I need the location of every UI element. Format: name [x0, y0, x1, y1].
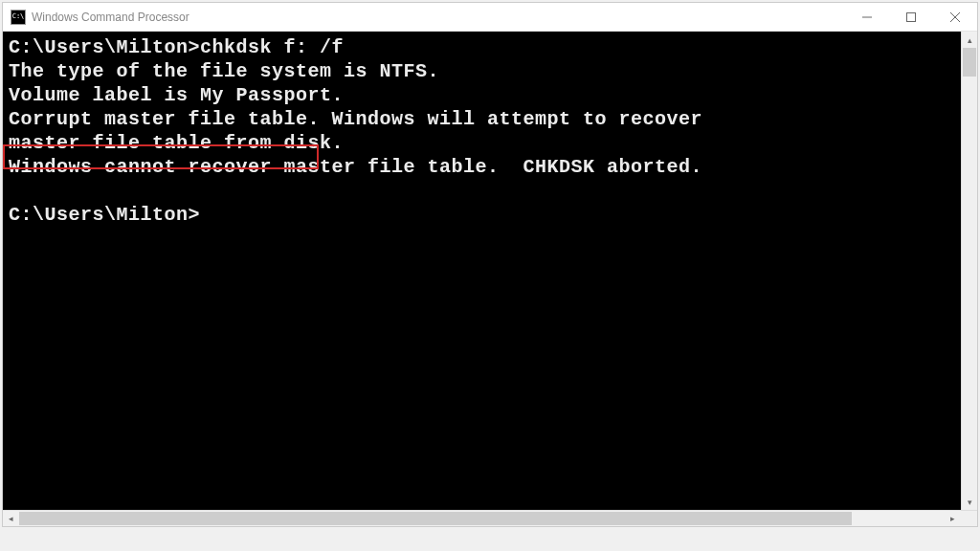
close-button[interactable] [933, 3, 977, 31]
maximize-button[interactable] [889, 3, 933, 31]
scroll-up-arrow-icon[interactable]: ▴ [962, 32, 977, 48]
horizontal-scroll-thumb[interactable] [19, 512, 852, 525]
command-text: chkdsk f: /f [200, 36, 344, 58]
scroll-left-arrow-icon[interactable]: ◂ [3, 511, 19, 526]
window-titlebar[interactable]: Windows Command Processor [3, 3, 977, 32]
horizontal-scrollbar[interactable]: ◂ ▸ [3, 510, 977, 526]
vertical-scrollbar[interactable]: ▴ ▾ [961, 32, 977, 510]
terminal-area: C:\Users\Milton>chkdsk f: /f The type of… [3, 32, 977, 510]
terminal-output[interactable]: C:\Users\Milton>chkdsk f: /f The type of… [3, 32, 961, 510]
prompt: C:\Users\Milton> [9, 204, 200, 226]
svg-rect-1 [907, 12, 916, 21]
scroll-down-arrow-icon[interactable]: ▾ [962, 494, 977, 510]
vertical-scroll-thumb[interactable] [963, 48, 976, 77]
cmd-icon [11, 10, 26, 25]
window-controls [845, 3, 977, 31]
output-line: master file table from disk. [9, 132, 344, 154]
prompt: C:\Users\Milton> [9, 36, 200, 58]
minimize-button[interactable] [845, 3, 889, 31]
output-line: Windows will attempt to recover [320, 108, 702, 130]
command-prompt-window: Windows Command Processor C:\Users\Milto… [2, 2, 978, 527]
window-title: Windows Command Processor [32, 11, 845, 24]
output-line: Windows cannot recover master file table… [9, 156, 702, 178]
horizontal-scroll-track[interactable] [19, 511, 945, 526]
highlighted-text: Corrupt master file table. [9, 108, 320, 130]
output-line: Volume label is My Passport. [9, 84, 344, 106]
scroll-right-arrow-icon[interactable]: ▸ [945, 511, 961, 526]
output-line: The type of the file system is NTFS. [9, 60, 439, 82]
